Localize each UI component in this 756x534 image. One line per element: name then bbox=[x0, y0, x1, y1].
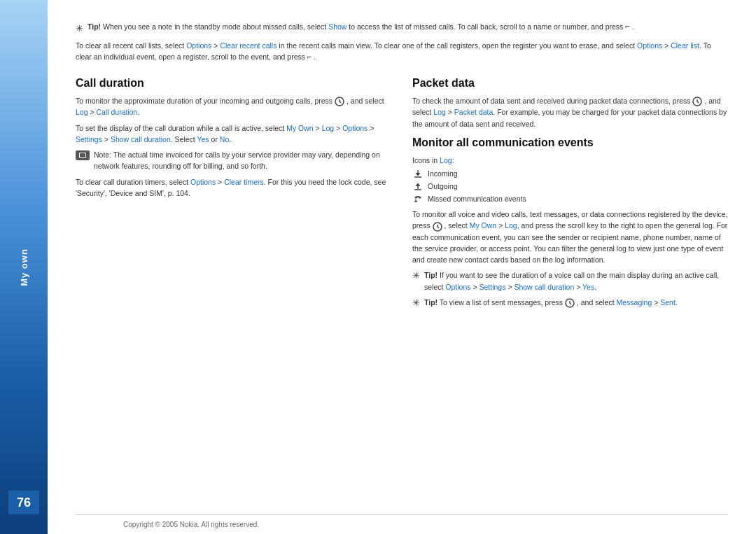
yes-link-1[interactable]: Yes bbox=[197, 135, 209, 143]
tip-star-2: ✳ bbox=[412, 270, 420, 281]
options-link-2[interactable]: Options bbox=[637, 41, 662, 50]
svg-line-17 bbox=[570, 303, 571, 304]
sidebar: My own 76 bbox=[0, 0, 48, 534]
note-text: Note: The actual time invoiced for calls… bbox=[94, 149, 391, 172]
page-container: My own 76 ✳ Tip! When you see a note in … bbox=[0, 0, 756, 534]
monitor-title: Monitor all communication events bbox=[412, 136, 728, 149]
my-own-link-1[interactable]: My Own bbox=[286, 124, 314, 132]
outgoing-icon-row: Outgoing bbox=[412, 181, 728, 192]
tip-star-3: ✳ bbox=[412, 297, 420, 308]
tip-text-3: Tip! To view a list of sent messages, pr… bbox=[424, 297, 678, 308]
monitor-para: To monitor all voice and video calls, te… bbox=[412, 209, 728, 265]
incoming-icon bbox=[412, 168, 424, 179]
svg-line-14 bbox=[438, 227, 439, 228]
tip-block-3: ✳ Tip! To view a list of sent messages, … bbox=[412, 297, 728, 308]
call-duration-title: Call duration bbox=[76, 77, 391, 90]
call-duration-para2: To set the display of the call duration … bbox=[76, 122, 391, 146]
missed-icon-row: Missed communication events bbox=[412, 193, 728, 204]
tip-text-2: Tip! If you want to see the duration of … bbox=[424, 269, 728, 293]
right-column: Packet data To check the amount of data … bbox=[412, 73, 728, 514]
log-link-1[interactable]: Log bbox=[76, 108, 88, 116]
call-duration-para1: To monitor the approximate duration of y… bbox=[76, 95, 391, 118]
options-link-5[interactable]: Options bbox=[445, 283, 470, 291]
call-duration-link[interactable]: Call duration bbox=[97, 108, 138, 116]
my-own-link-2[interactable]: My Own bbox=[470, 221, 497, 230]
packet-data-title: Packet data bbox=[412, 77, 728, 90]
options-link-3[interactable]: Options bbox=[342, 124, 368, 132]
top-tip-section: ✳ Tip! When you see a note in the standb… bbox=[48, 0, 756, 73]
messaging-link[interactable]: Messaging bbox=[617, 298, 652, 307]
clear-timers-link[interactable]: Clear timers bbox=[224, 178, 264, 186]
packet-data-link[interactable]: Packet data bbox=[454, 108, 493, 116]
note-icon bbox=[76, 150, 90, 160]
no-link-1[interactable]: No bbox=[220, 135, 229, 143]
icons-label: Icons in Log: bbox=[412, 155, 728, 166]
main-content: ✳ Tip! When you see a note in the standb… bbox=[48, 0, 756, 534]
show-call-duration-link[interactable]: Show call duration bbox=[111, 135, 171, 143]
note-icon-inner bbox=[79, 153, 86, 158]
page-number: 76 bbox=[8, 491, 39, 514]
sidebar-label: My own bbox=[19, 248, 29, 286]
svg-line-2 bbox=[340, 101, 341, 103]
options-link-4[interactable]: Options bbox=[190, 178, 216, 186]
clear-all-para: To clear all recent call lists, select O… bbox=[76, 40, 728, 63]
tip-block-top: ✳ Tip! When you see a note in the standb… bbox=[76, 21, 728, 36]
yes-link-2[interactable]: Yes bbox=[582, 283, 594, 291]
tip-bold: Tip! bbox=[88, 22, 101, 31]
show-link[interactable]: Show bbox=[328, 22, 346, 31]
tip-star-icon: ✳ bbox=[76, 22, 83, 36]
icons-section: Icons in Log: Incoming bbox=[412, 155, 728, 204]
svg-line-5 bbox=[697, 101, 699, 103]
missed-label: Missed communication events bbox=[428, 195, 526, 203]
incoming-label: Incoming bbox=[428, 169, 458, 178]
sent-link[interactable]: Sent bbox=[660, 298, 676, 307]
outgoing-icon bbox=[412, 181, 424, 192]
left-column: Call duration To monitor the approximate… bbox=[76, 73, 391, 514]
options-link-1[interactable]: Options bbox=[186, 41, 211, 50]
clear-recent-link[interactable]: Clear recent calls bbox=[220, 41, 276, 50]
tip-text-top: Tip! When you see a note in the standby … bbox=[88, 21, 634, 33]
settings-link-1[interactable]: Settings bbox=[76, 135, 102, 143]
tip-bold-3: Tip! bbox=[424, 298, 438, 307]
settings-link-2[interactable]: Settings bbox=[479, 283, 506, 291]
clear-timers-para: To clear call duration timers, select Op… bbox=[76, 176, 391, 199]
footer: Copyright © 2005 Nokia. All rights reser… bbox=[48, 515, 756, 534]
log-link-5[interactable]: Log bbox=[505, 221, 517, 230]
note-block: Note: The actual time invoiced for calls… bbox=[76, 149, 391, 172]
log-link-4[interactable]: Log bbox=[440, 156, 452, 164]
columns: Call duration To monitor the approximate… bbox=[48, 73, 756, 514]
log-link-3[interactable]: Log bbox=[433, 108, 446, 116]
show-call-duration-link-2[interactable]: Show call duration bbox=[514, 283, 574, 291]
incoming-icon-row: Incoming bbox=[412, 168, 728, 179]
missed-icon bbox=[412, 193, 424, 204]
tip-bold-2: Tip! bbox=[424, 271, 438, 279]
clear-list-link[interactable]: Clear list bbox=[671, 41, 699, 50]
tip-block-2: ✳ Tip! If you want to see the duration o… bbox=[412, 269, 728, 293]
log-link-2[interactable]: Log bbox=[322, 124, 335, 132]
copyright-text: Copyright © 2005 Nokia. All rights reser… bbox=[123, 521, 259, 528]
outgoing-label: Outgoing bbox=[428, 182, 458, 190]
packet-data-para: To check the amount of data sent and rec… bbox=[412, 95, 728, 129]
